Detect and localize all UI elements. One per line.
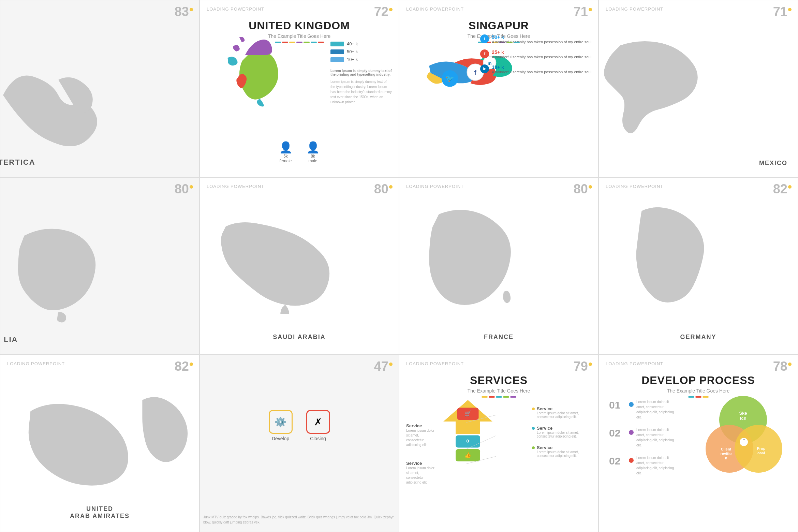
- australia-number: 80: [175, 182, 193, 195]
- closing-item: ✗ Closing: [306, 410, 330, 441]
- slide-grid: 83 ANTERTICA LOADING POWERPOINT 72 UNITE…: [0, 0, 798, 532]
- svc-subtitle: The Example Title Goes Here: [406, 388, 591, 394]
- svg-text:tch: tch: [740, 416, 747, 421]
- antarctica-label: ANTERTICA: [0, 158, 35, 167]
- slide-develop-closing: 47 ⚙️ Develop ✗ Closing Junk MTV quiz gr…: [200, 355, 399, 532]
- develop-item: ⚙️ Develop: [269, 410, 293, 441]
- australia-partial-label: LIA: [4, 335, 18, 344]
- uae-label: UNITEDARAB AMIRATES: [70, 505, 130, 520]
- mexico-number: 71: [773, 5, 792, 18]
- saudi-label: SAUDI ARABIA: [273, 334, 325, 341]
- slide-saudi: LOADING POWERPOINT 80 SAUDI ARABIA: [200, 177, 399, 355]
- uk-stats-body: Lorem ipsum is simply dummy text of the …: [330, 79, 392, 105]
- uk-number: 72: [374, 5, 393, 18]
- dp-number: 78: [773, 360, 792, 373]
- slide-number-antarctica: 83: [175, 5, 193, 18]
- svg-text:Ske: Ske: [739, 411, 747, 416]
- dp-loading: LOADING POWERPOINT: [606, 361, 663, 366]
- sg-loading: LOADING POWERPOINT: [406, 6, 464, 12]
- svc-right-list: Service Lorem ipsum dolor sit amet, cons…: [532, 406, 591, 464]
- svc-left-2: Service Lorem ipsum dolor sit amet, cons…: [406, 461, 437, 485]
- uk-loading: LOADING POWERPOINT: [207, 6, 264, 12]
- france-label: FRANCE: [484, 334, 514, 341]
- slide-france: LOADING POWERPOINT 80 FRANCE: [399, 177, 598, 355]
- svg-text:👍: 👍: [464, 452, 472, 459]
- svg-text:🛒: 🛒: [464, 410, 472, 417]
- svc-left-1: Service Lorem ipsum dolor sit amet, cons…: [406, 423, 437, 447]
- svg-text:revitio: revitio: [720, 452, 732, 456]
- svg-text:osal: osal: [757, 451, 765, 455]
- svc-loading: LOADING POWERPOINT: [406, 361, 464, 366]
- svg-text:n: n: [725, 456, 727, 460]
- uae-number: 82: [175, 360, 193, 373]
- svg-text:Prop: Prop: [757, 446, 765, 450]
- saudi-number: 80: [374, 182, 393, 195]
- slide-mexico: LOADING POWERPOINT 71 MEXICO: [598, 0, 798, 177]
- mexico-loading: LOADING POWERPOINT: [606, 6, 663, 12]
- uae-loading: LOADING POWERPOINT: [7, 361, 65, 366]
- france-loading: LOADING POWERPOINT: [406, 184, 464, 189]
- germany-number: 82: [773, 182, 792, 195]
- sg-number: 71: [574, 5, 592, 18]
- dc-number: 47: [374, 360, 393, 373]
- sg-social: t 50+ k A wonderful serenity has taken p…: [480, 34, 591, 79]
- uk-title: UNITED KINGDOM: [207, 19, 392, 32]
- saudi-loading: LOADING POWERPOINT: [207, 184, 264, 189]
- france-number: 80: [574, 182, 592, 195]
- slide-antarctica: 83 ANTERTICA: [0, 0, 200, 177]
- dc-bottom-text: Junk MTV quiz graced by fox whelps. Bawd…: [203, 515, 395, 525]
- svg-text:✏: ✏: [743, 438, 745, 441]
- svg-text:✈: ✈: [466, 438, 470, 444]
- svg-text:f: f: [474, 69, 477, 76]
- slide-services: LOADING POWERPOINT 79 SERVICES The Examp…: [399, 355, 598, 532]
- germany-loading: LOADING POWERPOINT: [606, 184, 663, 189]
- uk-people: 👤 5k female 👤 8k male: [279, 141, 320, 163]
- uk-stats-title: Lorem Ipsum is simply dummy text of the …: [330, 69, 392, 76]
- dp-title: DEVELOP PROCESS: [606, 374, 791, 387]
- slide-develop-process: LOADING POWERPOINT 78 DEVELOP PROCESS Th…: [598, 355, 798, 532]
- svc-number: 79: [574, 360, 592, 373]
- germany-label: GERMANY: [680, 334, 716, 341]
- slide-uae: LOADING POWERPOINT 82 UNITEDARAB AMIRATE…: [0, 355, 200, 532]
- slide-germany: LOADING POWERPOINT 82 GERMANY: [598, 177, 798, 355]
- slide-uk: LOADING POWERPOINT 72 UNITED KINGDOM The…: [200, 0, 399, 177]
- svg-text:Client: Client: [721, 447, 732, 451]
- slide-australia-partial: 80 LIA: [0, 177, 200, 355]
- mexico-label: MEXICO: [759, 160, 787, 167]
- dp-steps: 01 Lorem ipsum dolor sit amet, consectet…: [609, 399, 677, 483]
- slide-singapore: LOADING POWERPOINT 71 SINGAPUR The Examp…: [399, 0, 598, 177]
- svg-text:🐦: 🐦: [445, 74, 454, 83]
- uk-legend: 40+ k 50+ k 10+ k Lorem Ipsum is simply …: [330, 41, 392, 105]
- svc-title: SERVICES: [406, 374, 591, 387]
